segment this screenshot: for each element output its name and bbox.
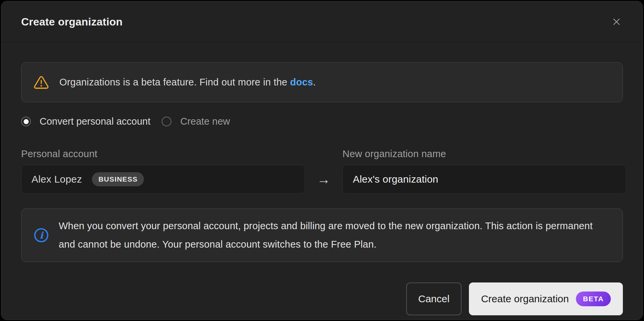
personal-account-value: Alex Lopez — [32, 174, 82, 185]
create-organization-button[interactable]: Create organization BETA — [469, 282, 623, 315]
close-icon — [610, 16, 623, 28]
beta-badge: BETA — [576, 292, 611, 306]
mode-radio-row: Convert personal account Create new — [21, 116, 623, 127]
modal-title: Create organization — [21, 16, 123, 28]
arrow-right-icon: → — [317, 172, 330, 187]
create-organization-modal: Create organization Organizations is a b… — [1, 1, 643, 320]
radio-label: Convert personal account — [40, 116, 150, 127]
create-organization-button-label: Create organization — [481, 293, 569, 305]
svg-text:i: i — [40, 230, 44, 241]
beta-banner-text: Organizations is a beta feature. Find ou… — [59, 77, 316, 88]
new-organization-name-label: New organization name — [342, 148, 626, 159]
convert-info-banner: i When you convert your personal account… — [21, 208, 623, 262]
convert-section: Personal account New organization name A… — [21, 148, 623, 194]
radio-convert-personal-account[interactable]: Convert personal account — [21, 116, 150, 127]
modal-footer: Cancel Create organization BETA — [21, 282, 623, 315]
personal-account-field[interactable]: Alex Lopez BUSINESS — [21, 165, 305, 194]
modal-header: Create organization — [1, 1, 643, 43]
business-plan-badge: BUSINESS — [92, 172, 144, 186]
radio-unselected-icon — [162, 117, 171, 126]
close-button[interactable] — [609, 14, 624, 29]
radio-create-new[interactable]: Create new — [162, 116, 230, 127]
cancel-button[interactable]: Cancel — [406, 282, 462, 315]
beta-banner-text-after: . — [313, 77, 316, 87]
modal-body: Organizations is a beta feature. Find ou… — [1, 62, 643, 315]
beta-feature-banner: Organizations is a beta feature. Find ou… — [21, 62, 623, 102]
convert-info-text: When you convert your personal account, … — [59, 217, 610, 254]
info-icon: i — [34, 228, 49, 243]
radio-label: Create new — [180, 116, 230, 127]
docs-link[interactable]: docs — [290, 77, 313, 87]
personal-account-label: Personal account — [21, 148, 305, 159]
beta-banner-text-before: Organizations is a beta feature. Find ou… — [59, 77, 290, 87]
radio-selected-icon — [21, 117, 31, 126]
warning-icon — [34, 75, 49, 90]
new-organization-name-input[interactable] — [342, 165, 626, 194]
